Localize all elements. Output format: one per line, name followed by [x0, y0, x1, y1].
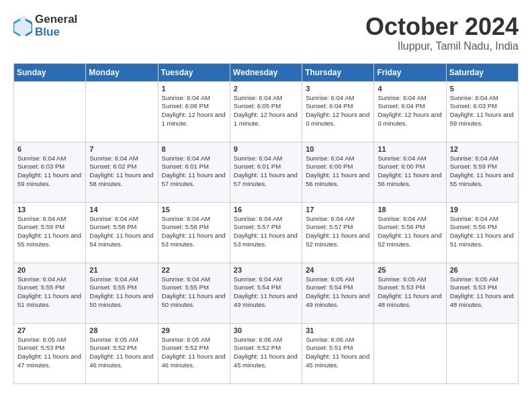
cell-info: Sunrise: 6:04 AM Sunset: 6:04 PM Dayligh…	[306, 94, 370, 128]
sunrise-label: Sunrise: 6:04 AM	[89, 215, 138, 222]
sunset-label: Sunset: 5:58 PM	[89, 223, 136, 230]
col-monday: Monday	[86, 63, 158, 81]
col-wednesday: Wednesday	[230, 63, 302, 81]
sunrise-label: Sunrise: 6:05 AM	[89, 336, 138, 343]
calendar-cell: 19 Sunrise: 6:04 AM Sunset: 5:56 PM Dayl…	[446, 202, 518, 263]
sunset-label: Sunset: 5:54 PM	[234, 283, 281, 291]
sunset-label: Sunset: 5:53 PM	[17, 344, 64, 351]
calendar-cell	[374, 323, 446, 383]
day-number: 21	[89, 266, 154, 274]
sunrise-label: Sunrise: 6:04 AM	[450, 94, 498, 101]
sunrise-label: Sunrise: 6:05 AM	[306, 275, 354, 283]
calendar-cell: 24 Sunrise: 6:05 AM Sunset: 5:54 PM Dayl…	[302, 263, 374, 323]
cell-info: Sunrise: 6:04 AM Sunset: 5:56 PM Dayligh…	[450, 215, 515, 249]
sunset-label: Sunset: 5:59 PM	[450, 163, 497, 170]
sunset-label: Sunset: 5:56 PM	[450, 223, 497, 230]
sunset-label: Sunset: 5:53 PM	[450, 283, 497, 291]
calendar-cell: 27 Sunrise: 6:05 AM Sunset: 5:53 PM Dayl…	[14, 323, 86, 383]
col-friday: Friday	[374, 63, 446, 81]
daylight-label: Daylight: 11 hours and 59 minutes.	[450, 111, 514, 127]
day-number: 13	[17, 205, 82, 214]
day-number: 31	[306, 326, 370, 334]
sunset-label: Sunset: 6:05 PM	[234, 102, 281, 109]
cell-info: Sunrise: 6:05 AM Sunset: 5:53 PM Dayligh…	[450, 275, 515, 310]
calendar-cell: 25 Sunrise: 6:05 AM Sunset: 5:53 PM Dayl…	[374, 263, 446, 323]
week-row-3: 13 Sunrise: 6:04 AM Sunset: 5:59 PM Dayl…	[14, 202, 519, 263]
daylight-label: Daylight: 11 hours and 57 minutes.	[162, 171, 226, 187]
day-number: 2	[234, 85, 298, 93]
sunrise-label: Sunrise: 6:04 AM	[306, 154, 354, 162]
sunrise-label: Sunrise: 6:04 AM	[234, 154, 282, 162]
calendar-cell: 31 Sunrise: 6:06 AM Sunset: 5:51 PM Dayl…	[302, 323, 374, 383]
calendar-cell: 29 Sunrise: 6:05 AM Sunset: 5:52 PM Dayl…	[158, 323, 230, 383]
daylight-label: Daylight: 11 hours and 52 minutes.	[378, 232, 441, 248]
day-number: 1	[162, 85, 226, 93]
day-number: 19	[450, 205, 515, 214]
daylight-label: Daylight: 11 hours and 48 minutes.	[378, 292, 441, 308]
calendar-cell: 1 Sunrise: 6:04 AM Sunset: 6:06 PM Dayli…	[158, 81, 230, 142]
daylight-label: Daylight: 11 hours and 59 minutes.	[17, 171, 81, 187]
daylight-label: Daylight: 11 hours and 56 minutes.	[306, 171, 369, 187]
sunset-label: Sunset: 5:55 PM	[89, 283, 136, 291]
location-text: Iluppur, Tamil Nadu, India	[365, 40, 519, 52]
calendar-cell: 18 Sunrise: 6:04 AM Sunset: 5:56 PM Dayl…	[374, 202, 446, 263]
sunrise-label: Sunrise: 6:04 AM	[234, 94, 282, 101]
sunrise-label: Sunrise: 6:06 AM	[306, 336, 354, 343]
day-number: 7	[89, 145, 154, 153]
calendar-cell: 22 Sunrise: 6:04 AM Sunset: 5:55 PM Dayl…	[158, 263, 230, 323]
header-row: Sunday Monday Tuesday Wednesday Thursday…	[14, 63, 519, 81]
sunrise-label: Sunrise: 6:04 AM	[378, 215, 426, 222]
day-number: 30	[234, 326, 298, 334]
day-number: 9	[234, 145, 298, 153]
sunrise-label: Sunrise: 6:05 AM	[378, 275, 426, 283]
cell-info: Sunrise: 6:04 AM Sunset: 6:00 PM Dayligh…	[378, 154, 442, 189]
daylight-label: Daylight: 11 hours and 46 minutes.	[162, 353, 226, 369]
calendar-cell: 20 Sunrise: 6:04 AM Sunset: 5:55 PM Dayl…	[14, 263, 86, 323]
cell-info: Sunrise: 6:04 AM Sunset: 6:00 PM Dayligh…	[306, 154, 370, 189]
week-row-1: 1 Sunrise: 6:04 AM Sunset: 6:06 PM Dayli…	[14, 81, 519, 142]
calendar-cell	[446, 323, 518, 383]
sunrise-label: Sunrise: 6:04 AM	[162, 215, 210, 222]
week-row-4: 20 Sunrise: 6:04 AM Sunset: 5:55 PM Dayl…	[14, 263, 519, 323]
sunset-label: Sunset: 5:51 PM	[306, 344, 353, 351]
cell-info: Sunrise: 6:06 AM Sunset: 5:51 PM Dayligh…	[306, 336, 370, 370]
daylight-label: Daylight: 11 hours and 51 minutes.	[450, 232, 514, 248]
day-number: 24	[306, 266, 370, 274]
daylight-label: Daylight: 11 hours and 53 minutes.	[234, 232, 298, 248]
sunrise-label: Sunrise: 6:04 AM	[306, 94, 354, 101]
calendar-cell: 8 Sunrise: 6:04 AM Sunset: 6:01 PM Dayli…	[158, 142, 230, 202]
day-number: 29	[162, 326, 226, 334]
daylight-label: Daylight: 11 hours and 51 minutes.	[17, 292, 81, 308]
sunset-label: Sunset: 6:03 PM	[17, 163, 64, 170]
logo-general-text: General	[35, 13, 77, 26]
sunset-label: Sunset: 6:04 PM	[306, 102, 353, 109]
cell-info: Sunrise: 6:05 AM Sunset: 5:53 PM Dayligh…	[378, 275, 442, 310]
calendar-cell: 14 Sunrise: 6:04 AM Sunset: 5:58 PM Dayl…	[86, 202, 158, 263]
sunrise-label: Sunrise: 6:04 AM	[162, 275, 210, 283]
daylight-label: Daylight: 11 hours and 47 minutes.	[17, 353, 81, 369]
sunset-label: Sunset: 5:56 PM	[378, 223, 425, 230]
calendar-cell: 7 Sunrise: 6:04 AM Sunset: 6:02 PM Dayli…	[86, 142, 158, 202]
calendar-cell: 9 Sunrise: 6:04 AM Sunset: 6:01 PM Dayli…	[230, 142, 302, 202]
calendar-cell: 16 Sunrise: 6:04 AM Sunset: 5:57 PM Dayl…	[230, 202, 302, 263]
cell-info: Sunrise: 6:04 AM Sunset: 5:55 PM Dayligh…	[17, 275, 82, 310]
sunrise-label: Sunrise: 6:04 AM	[89, 154, 138, 162]
cell-info: Sunrise: 6:04 AM Sunset: 6:03 PM Dayligh…	[450, 94, 515, 128]
cell-info: Sunrise: 6:04 AM Sunset: 6:01 PM Dayligh…	[234, 154, 298, 189]
cell-info: Sunrise: 6:04 AM Sunset: 5:59 PM Dayligh…	[450, 154, 515, 189]
calendar-cell: 13 Sunrise: 6:04 AM Sunset: 5:59 PM Dayl…	[14, 202, 86, 263]
sunset-label: Sunset: 5:52 PM	[234, 344, 281, 351]
cell-info: Sunrise: 6:04 AM Sunset: 5:58 PM Dayligh…	[89, 215, 154, 249]
sunset-label: Sunset: 6:01 PM	[234, 163, 281, 170]
sunset-label: Sunset: 5:57 PM	[234, 223, 281, 230]
day-number: 20	[17, 266, 82, 274]
cell-info: Sunrise: 6:04 AM Sunset: 6:06 PM Dayligh…	[162, 94, 226, 128]
sunset-label: Sunset: 6:00 PM	[378, 163, 425, 170]
sunset-label: Sunset: 6:03 PM	[450, 102, 497, 109]
sunrise-label: Sunrise: 6:04 AM	[17, 215, 66, 222]
day-number: 18	[378, 205, 442, 214]
day-number: 5	[450, 85, 515, 93]
sunrise-label: Sunrise: 6:05 AM	[162, 336, 210, 343]
calendar-cell: 28 Sunrise: 6:05 AM Sunset: 5:52 PM Dayl…	[86, 323, 158, 383]
cell-info: Sunrise: 6:05 AM Sunset: 5:53 PM Dayligh…	[17, 336, 82, 370]
